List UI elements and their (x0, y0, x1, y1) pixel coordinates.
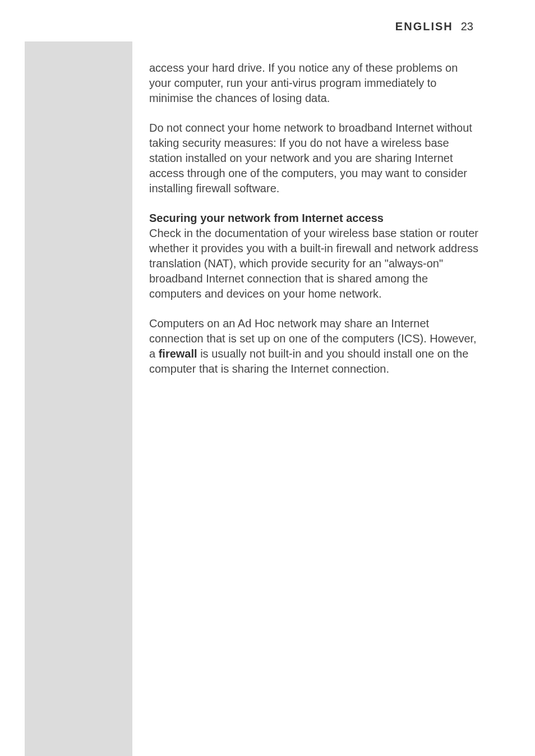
page-header: ENGLISH 23 (395, 20, 473, 33)
paragraph-2: Do not connect your home network to broa… (149, 120, 480, 196)
paragraph-4b: is usually not built-in and you should i… (149, 347, 468, 375)
section-heading: Securing your network from Internet acce… (149, 212, 384, 224)
firewall-bold: firewall (159, 347, 197, 360)
paragraph-1: access your hard drive. If you notice an… (149, 61, 480, 106)
paragraph-heading-block: Securing your network from Internet acce… (149, 211, 480, 302)
language-label: ENGLISH (395, 20, 453, 33)
page-number: 23 (461, 20, 473, 33)
paragraph-4: Computers on an Ad Hoc network may share… (149, 316, 480, 377)
main-content: access your hard drive. If you notice an… (149, 61, 480, 377)
sidebar-column (25, 41, 132, 756)
paragraph-3: Check in the documentation of your wirel… (149, 227, 478, 300)
